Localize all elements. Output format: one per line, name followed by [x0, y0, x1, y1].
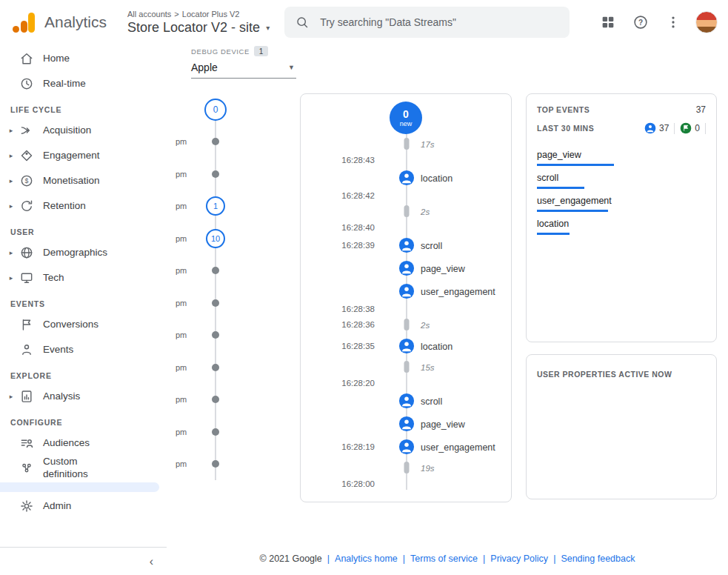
- minute-bucket-count[interactable]: 0: [204, 99, 227, 121]
- select-caret-icon: ▼: [288, 64, 295, 71]
- event-user-icon[interactable]: [398, 237, 415, 253]
- breadcrumb-separator: >: [174, 10, 178, 19]
- minute-row: pm: [167, 287, 300, 319]
- top-events-total: 37: [696, 104, 706, 115]
- event-time: 16:28:38: [301, 305, 375, 313]
- analytics-logo-block[interactable]: Analytics: [12, 11, 107, 33]
- top-event-row[interactable]: location: [537, 212, 706, 235]
- sidebar-item-tech[interactable]: ▸Tech: [0, 265, 167, 290]
- event-user-icon[interactable]: [398, 338, 415, 354]
- audiences-icon: [19, 436, 34, 451]
- sidebar-item-real-time[interactable]: Real-time: [0, 71, 167, 96]
- acquisition-icon: [19, 123, 34, 138]
- device-dropdown[interactable]: Apple ▼: [191, 56, 296, 79]
- footer-link-analytics-home[interactable]: Analytics home: [335, 554, 398, 564]
- seconds-rows: 17s16:28:43location16:28:422s16:28:4016:…: [301, 134, 511, 490]
- top-event-row[interactable]: user_engagement: [537, 189, 706, 212]
- event-name[interactable]: scroll: [421, 241, 442, 251]
- gap-duration: 2s: [421, 207, 430, 216]
- search-icon: [295, 15, 310, 30]
- sidebar-item-monetisation[interactable]: ▸$Monetisation: [0, 168, 167, 193]
- top-events-panel: TOP EVENTS 37 LAST 30 MINS 370 page_view…: [526, 93, 717, 342]
- debug-device-selector[interactable]: DEBUG DEVICE 1 Apple ▼: [191, 46, 296, 79]
- event-user-icon[interactable]: [398, 170, 415, 186]
- conversions-icon: [19, 317, 34, 332]
- sidebar-nav: HomeReal-timeLIFE CYCLE▸Acquisition▸Enga…: [0, 46, 167, 545]
- sidebar-item-label: Tech: [43, 272, 64, 285]
- event-name[interactable]: page_view: [421, 419, 465, 430]
- gap-capsule: [404, 319, 410, 330]
- event-time: 16:28:35: [301, 342, 375, 350]
- minute-row: pm: [167, 416, 300, 448]
- breadcrumb-current: Locator Plus V2: [182, 10, 240, 19]
- sidebar-item-label: Acquisition: [43, 124, 91, 137]
- minute-time-label: pm: [176, 202, 187, 210]
- sidebar-item-audiences[interactable]: Audiences: [0, 431, 167, 456]
- sidebar-item-admin[interactable]: Admin: [0, 493, 167, 519]
- sidebar-item-demographics[interactable]: ▸Demographics: [0, 240, 167, 265]
- top-header: Analytics All accounts > Locator Plus V2…: [0, 0, 728, 45]
- footer-link-sending-feedback[interactable]: Sending feedback: [561, 554, 635, 564]
- event-time: 16:28:42: [301, 191, 375, 200]
- apps-grid-button[interactable]: [595, 9, 621, 36]
- minute-row: pm: [167, 351, 300, 384]
- event-user-icon[interactable]: [398, 393, 415, 409]
- expand-arrow-icon: ▸: [4, 249, 18, 256]
- footer-link-privacy-policy[interactable]: Privacy Policy: [490, 554, 548, 564]
- gap-duration: 17s: [421, 140, 435, 149]
- minute-bucket-dot[interactable]: [212, 428, 219, 436]
- minute-bucket-dot[interactable]: [212, 170, 219, 178]
- top-event-row[interactable]: page_view: [537, 143, 706, 166]
- minute-bucket-count[interactable]: 10: [206, 229, 225, 248]
- sidebar-item-events[interactable]: Events: [0, 337, 167, 362]
- sidebar-item-analysis[interactable]: ▸Analysis: [0, 384, 167, 409]
- property-switcher[interactable]: All accounts > Locator Plus V2 Store Loc…: [127, 10, 270, 36]
- sidebar-item-custom-definitions[interactable]: Custom definitions: [0, 456, 167, 481]
- event-name[interactable]: page_view: [421, 264, 465, 274]
- event-user-icon[interactable]: [398, 416, 415, 432]
- minute-bucket-count[interactable]: 1: [206, 196, 225, 216]
- minute-bucket-dot[interactable]: [212, 396, 219, 403]
- seconds-row: 16:28:42: [301, 189, 511, 202]
- minute-bucket-dot[interactable]: [212, 267, 219, 274]
- gap-duration: 19s: [421, 464, 435, 473]
- event-user-icon[interactable]: [398, 260, 415, 276]
- search-bar[interactable]: [284, 7, 570, 38]
- sidebar-selected-item-partial[interactable]: [0, 482, 159, 492]
- minute-bucket-dot[interactable]: [212, 331, 219, 339]
- event-time: 16:28:20: [301, 379, 375, 388]
- seconds-row: 16:28:20: [301, 376, 511, 389]
- breadcrumb-root[interactable]: All accounts: [127, 10, 171, 19]
- event-name[interactable]: location: [421, 342, 453, 352]
- search-input[interactable]: [318, 16, 559, 29]
- sidebar-section-events: EVENTS: [0, 290, 167, 312]
- more-menu-button[interactable]: [660, 9, 687, 36]
- help-button[interactable]: ?: [627, 9, 654, 36]
- minute-bucket-dot[interactable]: [212, 299, 219, 307]
- event-user-icon[interactable]: [398, 439, 415, 455]
- event-name[interactable]: scroll: [421, 396, 442, 407]
- minute-bucket-dot[interactable]: [212, 460, 219, 468]
- event-name[interactable]: location: [421, 173, 453, 184]
- sidebar-item-home[interactable]: Home: [0, 46, 167, 71]
- event-user-icon[interactable]: [398, 283, 415, 299]
- sidebar-item-engagement[interactable]: ▸Engagement: [0, 143, 167, 168]
- debug-device-count-badge: 1: [254, 46, 268, 56]
- minute-row: pm: [167, 255, 300, 288]
- top-event-row[interactable]: scroll: [537, 166, 706, 189]
- sidebar-item-retention[interactable]: ▸Retention: [0, 193, 167, 219]
- user-avatar[interactable]: [695, 11, 718, 33]
- minute-bucket-dot[interactable]: [212, 138, 219, 145]
- event-name[interactable]: user_engagement: [421, 287, 495, 297]
- event-name[interactable]: user_engagement: [421, 442, 495, 453]
- collapse-sidebar-button[interactable]: ‹: [0, 547, 167, 575]
- footer-link-terms-of-service[interactable]: Terms of service: [410, 554, 478, 564]
- top-events-rows: page_viewscrolluser_engagementlocation: [537, 143, 706, 235]
- main-content: DEBUG DEVICE 1 Apple ▼ 0pmpmpm1pm10pmpmp…: [167, 44, 728, 575]
- seconds-row: 19s: [301, 458, 511, 477]
- minute-bucket-dot[interactable]: [212, 364, 219, 371]
- new-events-badge[interactable]: 0 new: [390, 102, 422, 134]
- sidebar-item-acquisition[interactable]: ▸Acquisition: [0, 118, 167, 143]
- sidebar-item-conversions[interactable]: Conversions: [0, 312, 167, 337]
- seconds-row: 2s: [301, 202, 511, 221]
